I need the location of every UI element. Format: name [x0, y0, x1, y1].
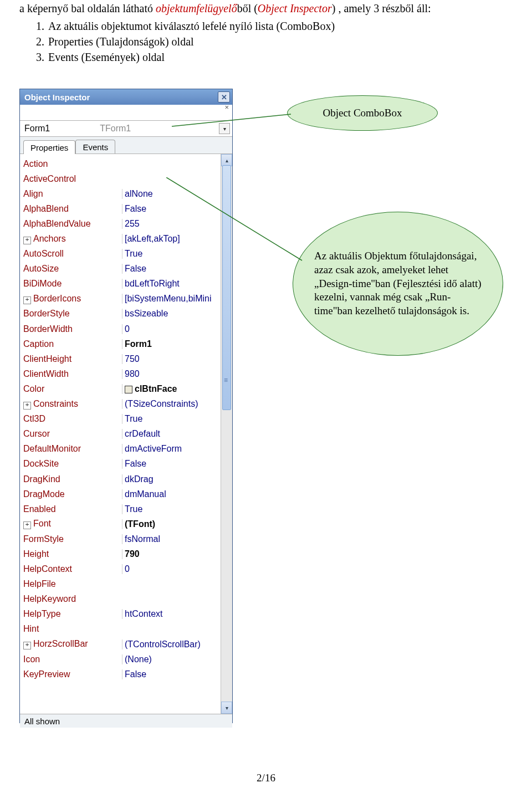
property-value[interactable]: Form1 [122, 339, 221, 349]
property-row[interactable]: HelpContext0 [20, 562, 221, 577]
property-row[interactable]: DragKinddkDrag [20, 472, 221, 487]
intro-list-item: Events (Események) oldal [48, 51, 165, 63]
property-name: BorderWidth [20, 324, 122, 334]
property-name: HelpContext [20, 564, 122, 574]
property-value[interactable]: bsSizeable [122, 309, 221, 319]
property-row[interactable]: KeyPreviewFalse [20, 667, 221, 682]
property-row[interactable]: Icon(None) [20, 652, 221, 667]
expand-icon[interactable]: + [23, 402, 31, 410]
property-value[interactable]: dkDrag [122, 474, 221, 484]
property-row[interactable]: ClientWidth980 [20, 366, 221, 381]
property-row[interactable]: DragModedmManual [20, 487, 221, 502]
chevron-down-icon[interactable]: ▾ [219, 123, 230, 134]
property-value[interactable]: 750 [122, 354, 221, 364]
property-value[interactable]: 790 [122, 549, 221, 559]
property-value[interactable]: dmActiveForm [122, 444, 221, 454]
property-grid: ActionActiveControlAlignalNoneAlphaBlend… [20, 154, 232, 714]
property-value[interactable]: dmManual [122, 489, 221, 499]
property-value[interactable]: (TFont) [122, 519, 221, 529]
property-row[interactable]: BiDiModebdLeftToRight [20, 277, 221, 291]
property-row[interactable]: AlphaBlendFalse [20, 201, 221, 216]
panel-close-x-icon[interactable]: × [224, 103, 229, 111]
expand-icon[interactable]: + [23, 296, 31, 304]
tab-events[interactable]: Events [75, 140, 115, 154]
intro-list-item: Az aktuális objektumot kiválasztó lefelé… [48, 20, 335, 32]
property-value[interactable]: False [122, 459, 221, 469]
property-value[interactable]: (None) [122, 654, 221, 664]
property-row[interactable]: +Anchors[akLeft,akTop] [20, 231, 221, 246]
scrollbar-thumb[interactable] [222, 165, 231, 410]
property-row[interactable]: +Constraints(TSizeConstraints) [20, 397, 221, 412]
property-row[interactable]: HelpKeyword [20, 592, 221, 607]
expand-icon[interactable]: + [23, 521, 31, 529]
property-value[interactable]: False [122, 264, 221, 274]
vertical-scrollbar[interactable]: ▴ ▾ [221, 154, 232, 714]
property-value[interactable]: [biSystemMenu,biMini [122, 294, 221, 304]
property-row[interactable]: ClientHeight750 [20, 351, 221, 366]
close-icon[interactable]: ✕ [218, 91, 230, 103]
property-row[interactable]: Ctl3DTrue [20, 412, 221, 427]
property-name: +Font [20, 519, 122, 529]
property-row[interactable]: +Font(TFont) [20, 516, 221, 531]
expand-icon[interactable]: + [23, 642, 31, 649]
property-value[interactable]: 255 [122, 219, 221, 229]
property-row[interactable]: CaptionForm1 [20, 336, 221, 351]
property-row[interactable]: BorderWidth0 [20, 321, 221, 336]
property-value[interactable]: htContext [122, 609, 221, 619]
property-value[interactable]: fsNormal [122, 534, 221, 544]
property-value[interactable]: (TControlScrollBar) [122, 639, 221, 649]
property-value[interactable]: clBtnFace [122, 384, 221, 394]
intro-post: ) , amely 3 részből áll: [332, 2, 431, 14]
property-value[interactable]: alNone [122, 189, 221, 199]
property-name: DockSite [20, 459, 122, 469]
scroll-down-icon[interactable]: ▾ [221, 702, 232, 714]
property-row[interactable]: CursorcrDefault [20, 427, 221, 442]
object-combobox[interactable]: Form1 TForm1 ▾ [20, 121, 232, 137]
property-value[interactable]: False [122, 669, 221, 679]
property-row[interactable]: DockSiteFalse [20, 457, 221, 472]
property-name: Caption [20, 339, 122, 349]
property-value[interactable]: False [122, 204, 221, 214]
property-row[interactable]: ColorclBtnFace [20, 381, 221, 396]
property-value[interactable]: 980 [122, 369, 221, 379]
property-row[interactable]: +HorzScrollBar(TControlScrollBar) [20, 637, 221, 652]
scroll-up-icon[interactable]: ▴ [221, 154, 232, 166]
property-value[interactable]: True [122, 504, 221, 514]
property-name: Cursor [20, 429, 122, 439]
property-row[interactable]: FormStylefsNormal [20, 531, 221, 546]
inspector-titlebar[interactable]: Object Inspector ✕ [20, 89, 232, 105]
property-name: HelpKeyword [20, 594, 122, 604]
property-row[interactable]: AutoSizeFalse [20, 262, 221, 277]
callout1-text: Object ComboBox [323, 107, 402, 119]
property-row[interactable]: AutoScrollTrue [20, 247, 221, 262]
property-row[interactable]: HelpFile [20, 577, 221, 592]
property-value[interactable]: True [122, 249, 221, 259]
property-row[interactable]: Hint [20, 622, 221, 637]
property-row[interactable]: BorderStylebsSizeable [20, 306, 221, 321]
property-row[interactable]: AlphaBlendValue255 [20, 216, 221, 231]
property-row[interactable]: AlignalNone [20, 186, 221, 201]
expand-icon[interactable]: + [23, 237, 31, 244]
property-value[interactable]: (TSizeConstraints) [122, 399, 221, 409]
property-value[interactable]: crDefault [122, 429, 221, 439]
property-row[interactable]: +BorderIcons[biSystemMenu,biMini [20, 291, 221, 306]
property-value[interactable]: True [122, 414, 221, 424]
property-name: +BorderIcons [20, 294, 122, 304]
inspector-tabs: Properties Events [20, 137, 232, 154]
property-row[interactable]: Height790 [20, 546, 221, 561]
property-value[interactable]: [akLeft,akTop] [122, 234, 221, 244]
property-row[interactable]: ActiveControl [20, 171, 221, 186]
property-value[interactable]: bdLeftToRight [122, 279, 221, 289]
inspector-toolbar: × [20, 105, 232, 121]
intro-pre: a képernyő bal oldalán látható [19, 2, 156, 14]
callout2-text: Az aktuális Objektum főtulajdonságai, az… [314, 249, 482, 318]
property-row[interactable]: EnabledTrue [20, 502, 221, 516]
tab-properties[interactable]: Properties [23, 140, 75, 154]
property-value[interactable]: 0 [122, 324, 221, 334]
property-row[interactable]: HelpTypehtContext [20, 607, 221, 622]
property-name: Action [20, 159, 122, 169]
property-row[interactable]: DefaultMonitordmActiveForm [20, 442, 221, 457]
intro-list-item: Properties (Tulajdonságok) oldal [48, 35, 194, 48]
property-row[interactable]: Action [20, 156, 221, 171]
property-value[interactable]: 0 [122, 564, 221, 574]
